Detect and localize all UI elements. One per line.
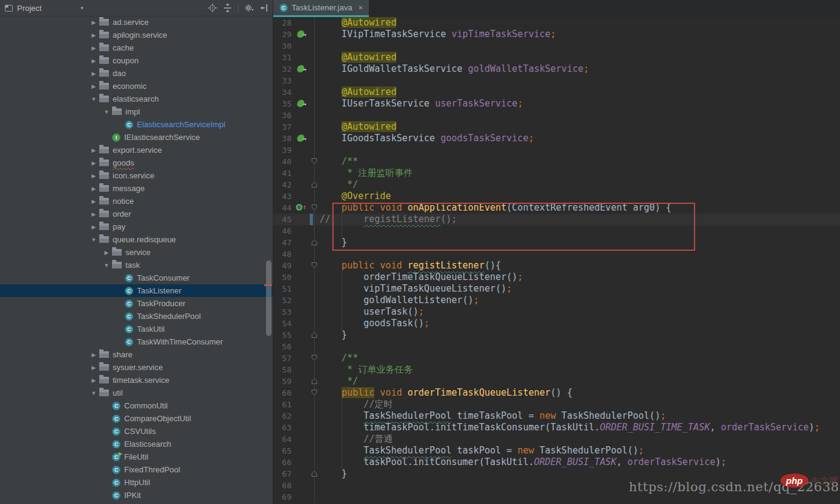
line-number[interactable]: 54	[273, 318, 295, 329]
fold-gutter[interactable]	[309, 63, 320, 75]
code-line-47[interactable]: 47 }	[273, 237, 840, 248]
hide-panel-icon[interactable]	[259, 3, 269, 13]
code-text[interactable]	[320, 40, 840, 52]
fold-gutter[interactable]	[309, 457, 320, 468]
code-line-30[interactable]: 30	[273, 40, 840, 52]
tree-item-economic[interactable]: ▶economic	[0, 80, 273, 93]
fold-gutter[interactable]	[309, 52, 320, 63]
tree-item-goods[interactable]: ▶goods	[0, 156, 273, 169]
fold-region-start-icon[interactable]	[311, 262, 318, 269]
line-number[interactable]: 46	[273, 225, 295, 237]
code-text[interactable]: public void onApplicationEvent(ContextRe…	[320, 202, 840, 214]
code-text[interactable]: IVipTimeTaskService vipTimeTaskService;	[320, 29, 840, 40]
code-line-60[interactable]: 60 public void orderTimeTaskQueueListene…	[273, 387, 840, 399]
fold-gutter[interactable]	[309, 214, 320, 225]
code-text[interactable]: public void registListener(){	[320, 260, 840, 271]
code-text[interactable]: //定时	[320, 399, 840, 410]
line-number[interactable]: 68	[273, 480, 295, 491]
collapse-arrow-icon[interactable]: ▼	[88, 390, 99, 396]
code-line-37[interactable]: 37 @Autowired	[273, 121, 840, 133]
code-text[interactable]: * 订单业务任务	[320, 364, 840, 376]
tree-item-ad.service[interactable]: ▶ad.service	[0, 16, 273, 29]
line-number[interactable]: 58	[273, 364, 295, 376]
expand-arrow-icon[interactable]: ▶	[88, 32, 99, 38]
fold-gutter[interactable]	[309, 410, 320, 422]
fold-gutter[interactable]	[309, 133, 320, 144]
fold-gutter[interactable]	[309, 387, 320, 399]
tree-item-util[interactable]: ▼util	[0, 387, 273, 399]
settings-gear-icon[interactable]	[244, 3, 254, 13]
fold-gutter[interactable]	[309, 341, 320, 352]
line-number[interactable]: 61	[273, 399, 295, 410]
code-line-39[interactable]: 39	[273, 144, 840, 156]
fold-gutter[interactable]	[309, 248, 320, 260]
line-number[interactable]: 60	[273, 387, 295, 399]
fold-region-start-icon[interactable]	[311, 389, 318, 396]
code-line-31[interactable]: 31 @Autowired	[273, 52, 840, 63]
code-text[interactable]: //普通	[320, 433, 840, 445]
code-text[interactable]: @Autowired	[320, 17, 840, 29]
line-number[interactable]: 41	[273, 167, 295, 179]
fold-gutter[interactable]	[309, 156, 320, 167]
tree-item-TaskConsumer[interactable]: CTaskConsumer	[0, 271, 273, 284]
collapse-all-icon[interactable]	[223, 3, 233, 13]
code-text[interactable]: IUserTaskService userTaskService;	[320, 98, 840, 110]
fold-gutter[interactable]	[309, 271, 320, 283]
tree-item-icon.service[interactable]: ▶icon.service	[0, 169, 273, 182]
code-line-57[interactable]: 57 /**	[273, 352, 840, 364]
line-number[interactable]: 32	[273, 63, 295, 75]
expand-arrow-icon[interactable]: ▶	[88, 198, 99, 205]
code-line-59[interactable]: 59 */	[273, 376, 840, 387]
code-line-51[interactable]: 51 vipTimeTaskQueueListener();	[273, 283, 840, 295]
tree-item-IPKit[interactable]: CIPKit	[0, 489, 273, 502]
code-text[interactable]: }	[320, 237, 840, 248]
code-text[interactable]: }	[320, 468, 840, 480]
tree-item-TaskListener[interactable]: CTaskListener	[0, 284, 273, 297]
line-number[interactable]: 57	[273, 352, 295, 364]
expand-arrow-icon[interactable]: ▶	[88, 365, 99, 371]
line-number[interactable]: 67	[273, 468, 295, 480]
code-text[interactable]: @Autowired	[320, 52, 840, 63]
fold-region-end-icon[interactable]	[311, 470, 318, 477]
code-line-42[interactable]: 42 */	[273, 179, 840, 191]
tree-item-FileUtil[interactable]: C▶FileUtil	[0, 450, 273, 463]
fold-gutter[interactable]	[309, 121, 320, 133]
code-text[interactable]: */	[320, 179, 840, 191]
code-line-34[interactable]: 34 @Autowired	[273, 86, 840, 98]
code-line-38[interactable]: 38→ IGoodsTaskService goodsTaskService;	[273, 133, 840, 144]
line-number[interactable]: 48	[273, 248, 295, 260]
collapse-arrow-icon[interactable]: ▼	[101, 262, 112, 268]
tree-item-TaskUtil[interactable]: CTaskUtil	[0, 323, 273, 335]
fold-gutter[interactable]	[309, 376, 320, 387]
line-number[interactable]: 39	[273, 144, 295, 156]
line-number[interactable]: 65	[273, 445, 295, 457]
code-line-52[interactable]: 52 goldWalletListener();	[273, 295, 840, 306]
code-text[interactable]: @Autowired	[320, 86, 840, 98]
line-number[interactable]: 35	[273, 98, 295, 110]
code-text[interactable]: * 注册监听事件	[320, 167, 840, 179]
code-line-36[interactable]: 36	[273, 110, 840, 121]
expand-arrow-icon[interactable]: ▶	[88, 173, 99, 179]
tree-item-impl[interactable]: ▼impl	[0, 105, 273, 118]
fold-region-start-icon[interactable]	[311, 204, 318, 211]
code-text[interactable]: }	[320, 329, 840, 341]
fold-gutter[interactable]	[309, 29, 320, 40]
code-text[interactable]: timeTaskPool.initTimeTaskConsumer(TaskUt…	[320, 422, 840, 433]
line-number[interactable]: 36	[273, 110, 295, 121]
code-line-63[interactable]: 63 timeTaskPool.initTimeTaskConsumer(Tas…	[273, 422, 840, 433]
fold-gutter[interactable]	[309, 329, 320, 341]
tree-item-queue.redisqueue[interactable]: ▼queue.redisqueue	[0, 233, 273, 246]
fold-gutter[interactable]	[309, 445, 320, 457]
tree-scrollbar-thumb[interactable]	[266, 261, 271, 336]
expand-arrow-icon[interactable]: ▶	[88, 71, 99, 77]
tree-item-CSVUtils[interactable]: CCSVUtils	[0, 425, 273, 438]
expand-arrow-icon[interactable]: ▶	[88, 147, 99, 153]
tree-item-service[interactable]: ▶service	[0, 246, 273, 259]
code-line-40[interactable]: 40 /**	[273, 156, 840, 167]
fold-gutter[interactable]	[309, 86, 320, 98]
collapse-arrow-icon[interactable]: ▼	[101, 109, 112, 115]
fold-gutter[interactable]	[309, 306, 320, 318]
fold-gutter[interactable]	[309, 480, 320, 491]
fold-gutter[interactable]	[309, 295, 320, 306]
code-line-35[interactable]: 35→ IUserTaskService userTaskService;	[273, 98, 840, 110]
